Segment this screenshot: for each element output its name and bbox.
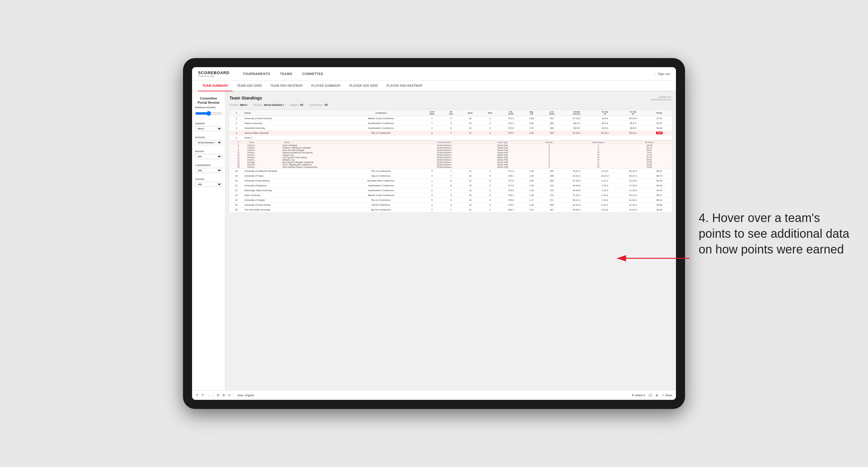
region-select[interactable]: N/A [195, 154, 222, 159]
share-icon: ↗ [662, 394, 664, 397]
cell-rnds: 21 [460, 169, 480, 174]
cell-wins: 4 [480, 121, 500, 126]
cell-vs25: 9-14-0 [591, 208, 619, 212]
cell-adj [500, 135, 522, 141]
col-vs-top-25: Vs Top25 [591, 110, 619, 116]
tab-team-h2h-grid[interactable]: TEAM H2H GRID [232, 81, 266, 91]
cell-tours [442, 135, 460, 141]
cell-points[interactable]: 83.89 [647, 203, 672, 208]
cell-rank: 22 [229, 188, 243, 193]
cell-points[interactable]: 93.31 [647, 121, 672, 126]
filter-icon[interactable]: ⊕ [222, 393, 225, 397]
cell-conf-rank: 2 [422, 126, 442, 131]
cell-points[interactable]: 88.49 [647, 179, 672, 183]
sub-nav: TEAM SUMMARY TEAM H2H GRID TEAM H2H HEAT… [192, 81, 676, 91]
cell-adj: 278.6 [500, 188, 522, 193]
exp-cell-impact: +1 [569, 161, 627, 164]
cell-points[interactable]: 88.71 [647, 193, 672, 198]
filter-gender: Gender: Men's [229, 103, 247, 106]
clock-icon[interactable]: ⊙ [228, 393, 231, 397]
gender-label: Gender [195, 122, 222, 125]
tab-player-h2h-heatmap[interactable]: PLAYER H2H HEATMAP [382, 81, 427, 91]
exp-col-points: W Points [627, 141, 672, 144]
exp-cell-rounds: 3 [529, 161, 569, 164]
cell-school: University of Texas [243, 174, 340, 179]
exp-cell-impact: -1 [569, 147, 627, 149]
nav-teams[interactable]: TEAMS [276, 67, 297, 81]
cell-conf-rank: 4 [422, 193, 442, 198]
cell-points[interactable]: 90.32 [647, 126, 672, 131]
redo-icon[interactable]: ↻ [202, 393, 204, 397]
gender-select[interactable]: Men's [195, 126, 222, 131]
cell-wins: 2 [480, 208, 500, 212]
cell-points[interactable]: 88.94 [647, 208, 672, 212]
cell-vs50: 21-32-0 [619, 198, 647, 203]
cell-overall: 42-20-0 [562, 183, 591, 188]
exp-cell-division: NCAA Division I [412, 154, 477, 156]
school-select[interactable]: (All) [195, 182, 222, 187]
exp-cell-type: Match Play [477, 154, 529, 156]
sign-out-button[interactable]: Sign out [658, 72, 670, 75]
cell-points[interactable]: 88.14 [647, 198, 672, 203]
tab-player-h2h-grid[interactable]: PLAYER H2H GRID [345, 81, 382, 91]
undo-icon[interactable]: ↺ [196, 393, 198, 397]
cell-points[interactable]: 88.70 [647, 174, 672, 179]
col-conference: Conference [340, 110, 422, 116]
cell-vs50: 11-23-0 [619, 188, 647, 193]
exp-cell-type: Match Play [477, 156, 529, 159]
cell-points[interactable]: 88.48 [647, 183, 672, 188]
cell-low: 265 [541, 179, 563, 183]
min-rounds-label: Minimum Rounds [195, 106, 222, 109]
exp-cell-points: 30-13 [627, 147, 672, 149]
cell-school: University of New Mexico [243, 179, 340, 183]
cell-vs50: 24-11-0 [619, 193, 647, 198]
comment-button[interactable]: 💬 [649, 394, 652, 397]
cell-points[interactable]: 79.5 [647, 131, 672, 135]
tab-team-summary[interactable]: TEAM SUMMARY [198, 81, 232, 91]
tab-player-summary[interactable]: PLAYER SUMMARY [307, 81, 345, 91]
nav-tournaments[interactable]: TOURNAMENTS [239, 67, 275, 81]
cell-points[interactable]: 97.02 [647, 116, 672, 121]
cell-tours: 6 [442, 193, 460, 198]
cell-points[interactable]: 83.41 [647, 188, 672, 193]
col-avg-sg: Avg.SG [522, 110, 541, 116]
cell-rank: 18 [229, 169, 243, 174]
cell-tours: 6 [442, 198, 460, 203]
share-button[interactable]: ↗ Share [662, 394, 672, 397]
cell-conf-rank: 1 [422, 203, 442, 208]
grid-button[interactable]: ⊞ [656, 394, 658, 397]
nav-committee[interactable]: COMMITTEE [298, 67, 328, 81]
cell-vs25: 4-10-0 [591, 193, 619, 198]
copy-icon[interactable]: ⧉ [217, 393, 219, 397]
conference-select[interactable]: (All) [195, 168, 222, 173]
exp-cell-event: Southern Highlands Collegiate [282, 147, 412, 149]
exp-cell-division: NCAA Division I [412, 164, 477, 166]
expanded-detail-data-row: 9 Univers... National Invitational Tourn… [229, 152, 672, 154]
next-icon[interactable]: → [207, 394, 211, 397]
view-label[interactable]: View: Original [237, 394, 254, 397]
cell-vs25: 13-23-2 [591, 174, 619, 179]
cell-school: Vanderbilt University [243, 126, 340, 131]
cell-adj: 278.6 [500, 198, 522, 203]
top-nav: SCOREBOARD Powered by clipp TOURNAMENTS … [192, 67, 676, 81]
watch-button[interactable]: 👁 Watch ▾ [631, 394, 645, 397]
division-select[interactable]: NCAA Division I [195, 140, 222, 145]
cell-low: 260 [541, 169, 563, 174]
exp-cell-rank: 7 [229, 147, 247, 149]
cell-points[interactable]: 88.07 [647, 169, 672, 174]
min-rounds-input[interactable] [195, 110, 222, 117]
toolbar-separator-2 [234, 393, 234, 398]
bottom-toolbar: ↺ ↻ → ⧉ ⊕ ⊙ View: Original 👁 Watch ▾ 💬 ⊞… [192, 390, 676, 400]
expanded-detail-data-row: 8 Univers... Amer-Ari Intercollegiate NC… [229, 149, 672, 152]
cell-school: University of Oregon [243, 198, 340, 203]
cell-points[interactable] [647, 135, 672, 141]
standings-table: # School Conference ConfRank NoTour Rnds… [229, 110, 672, 212]
cell-rank: 5 [229, 135, 243, 141]
exp-cell-rank: 8 [229, 149, 247, 152]
table-row: 23 Duke University Atlantic Coast Confer… [229, 193, 672, 198]
sidebar-title: CommitteePortal Review [195, 96, 222, 105]
cell-low [541, 135, 563, 141]
tab-team-h2h-heatmap[interactable]: TEAM H2H HEATMAP [266, 81, 307, 91]
exp-cell-event: Amer-Ari Intercollegiate [282, 149, 412, 152]
expanded-detail-data-row: 14 East Ter... OFCC Fighting Illini Invi… [229, 164, 672, 166]
